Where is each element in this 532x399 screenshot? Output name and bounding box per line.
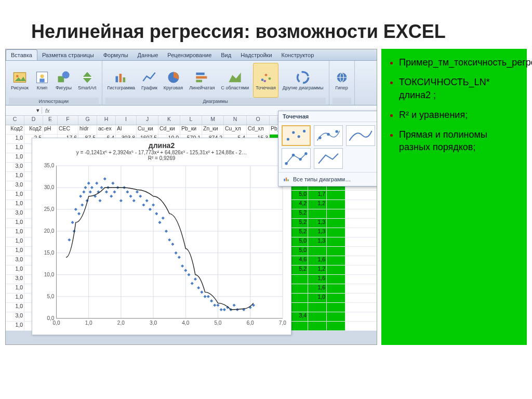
data-cell[interactable]: 1,6: [308, 275, 327, 284]
all-chart-types[interactable]: Все типы диаграмм…: [278, 172, 377, 186]
col-header-I[interactable]: I: [116, 116, 137, 125]
data-cell[interactable]: 1,6: [308, 256, 327, 265]
data-cell[interactable]: 1,0: [6, 247, 24, 256]
scatter-markers-option[interactable]: [282, 125, 311, 146]
data-cell[interactable]: [327, 228, 345, 237]
data-cell[interactable]: 1,0: [6, 265, 24, 274]
scatter-smooth-option[interactable]: [346, 125, 375, 146]
header-cell[interactable]: Cu_хл: [224, 125, 247, 134]
data-cell[interactable]: 1,0: [6, 228, 24, 237]
col-header-L[interactable]: L: [180, 116, 202, 125]
data-cell[interactable]: 1,2: [308, 200, 327, 209]
data-cell[interactable]: 1,0: [6, 153, 24, 162]
chart-scatter[interactable]: Точечная: [253, 63, 278, 98]
scatter-lines-markers-option[interactable]: [282, 148, 311, 169]
data-cell[interactable]: [289, 275, 308, 284]
header-cell[interactable]: Код2: [24, 125, 43, 134]
header-cell[interactable]: Pb_ки: [180, 125, 202, 134]
col-header-G[interactable]: G: [78, 116, 97, 125]
data-cell[interactable]: 5,0: [289, 247, 308, 256]
data-cell[interactable]: [327, 322, 345, 330]
data-cell[interactable]: [327, 200, 345, 209]
data-cell[interactable]: 1,7: [308, 191, 327, 200]
col-header-H[interactable]: H: [97, 116, 116, 125]
header-cell[interactable]: Al: [116, 125, 137, 134]
data-cell[interactable]: [327, 209, 345, 218]
header-cell[interactable]: pH: [43, 125, 58, 134]
data-cell[interactable]: [327, 284, 345, 293]
tab-insert[interactable]: Вставка: [6, 49, 37, 60]
data-cell[interactable]: 1,0: [6, 200, 24, 209]
header-cell[interactable]: CEC: [58, 125, 78, 134]
chart-line[interactable]: График: [139, 63, 159, 98]
data-cell[interactable]: 3,4: [289, 312, 308, 321]
data-cell[interactable]: 3,0: [6, 209, 24, 218]
data-cell[interactable]: [327, 265, 345, 274]
scatter-smooth-markers-option[interactable]: [314, 125, 343, 146]
header-cell[interactable]: Zn_ки: [202, 125, 224, 134]
data-cell[interactable]: 5,2: [289, 265, 308, 274]
data-cell[interactable]: [327, 275, 345, 284]
data-cell[interactable]: [327, 294, 345, 302]
data-cell[interactable]: [327, 312, 345, 321]
data-cell[interactable]: 5,2: [289, 228, 308, 237]
data-cell[interactable]: 5,2: [289, 219, 308, 228]
chart-pie[interactable]: Круговая: [162, 63, 185, 98]
data-cell[interactable]: 1,0: [6, 322, 24, 330]
col-header-F[interactable]: F: [58, 116, 78, 125]
data-cell[interactable]: [308, 312, 327, 321]
data-cell[interactable]: [308, 322, 327, 330]
scatter-lines-option[interactable]: [314, 148, 343, 169]
header-cell[interactable]: Код2: [6, 125, 24, 134]
col-header-K[interactable]: K: [158, 116, 180, 125]
header-cell[interactable]: Cd_хл: [247, 125, 270, 134]
data-cell[interactable]: 1,0: [308, 294, 327, 302]
chart-column[interactable]: Гистограмма: [105, 63, 138, 98]
data-cell[interactable]: [289, 322, 308, 330]
header-cell[interactable]: Cu_ки: [137, 125, 158, 134]
data-cell[interactable]: 1,3: [308, 219, 327, 228]
col-header-D[interactable]: D: [24, 116, 43, 125]
data-cell[interactable]: [308, 209, 327, 218]
data-cell[interactable]: [327, 247, 345, 256]
tab-addins[interactable]: Надстройки: [236, 50, 276, 60]
data-cell[interactable]: [289, 284, 308, 293]
data-cell[interactable]: 3,0: [6, 256, 24, 265]
data-cell[interactable]: 1,3: [308, 237, 327, 246]
data-cell[interactable]: 1,0: [6, 172, 24, 181]
data-cell[interactable]: 1,0: [6, 144, 24, 153]
col-header-C[interactable]: C: [6, 116, 24, 125]
data-cell[interactable]: 1,0: [6, 135, 24, 143]
data-cell[interactable]: 3,0: [6, 275, 24, 284]
tab-page-layout[interactable]: Разметка страницы: [37, 50, 99, 60]
col-header-N[interactable]: N: [224, 116, 247, 125]
data-cell[interactable]: 1,6: [308, 284, 327, 293]
tab-design[interactable]: Конструктор: [277, 50, 319, 60]
data-cell[interactable]: 4,6: [289, 256, 308, 265]
name-box[interactable]: ▾: [6, 107, 42, 114]
header-cell[interactable]: Cd_ки: [158, 125, 180, 134]
tab-data[interactable]: Данные: [133, 50, 163, 60]
data-cell[interactable]: 1,3: [308, 228, 327, 237]
data-cell[interactable]: 5,0: [289, 237, 308, 246]
data-cell[interactable]: [327, 256, 345, 265]
tab-review[interactable]: Рецензирование: [163, 50, 216, 60]
data-cell[interactable]: 5,2: [289, 209, 308, 218]
data-cell[interactable]: [327, 303, 345, 312]
insert-clip[interactable]: Клип: [33, 63, 51, 98]
embedded-chart[interactable]: длина2 y = -0,1241x⁶ + 2,3924x⁵ - 17,773…: [32, 138, 291, 335]
data-cell[interactable]: 1,0: [6, 191, 24, 200]
data-cell[interactable]: [327, 191, 345, 200]
data-cell[interactable]: 1,0: [6, 294, 24, 302]
data-cell[interactable]: 1,0: [6, 284, 24, 293]
col-header-O[interactable]: O: [247, 116, 270, 125]
data-cell[interactable]: 1,0: [6, 237, 24, 246]
data-cell[interactable]: 3,0: [6, 163, 24, 171]
data-cell[interactable]: [327, 237, 345, 246]
data-cell[interactable]: 1,0: [6, 219, 24, 228]
data-cell[interactable]: [289, 303, 308, 312]
data-cell[interactable]: 1,0: [6, 303, 24, 312]
insert-shapes[interactable]: Фигуры: [54, 63, 74, 98]
data-cell[interactable]: [308, 303, 327, 312]
data-cell[interactable]: [327, 219, 345, 228]
